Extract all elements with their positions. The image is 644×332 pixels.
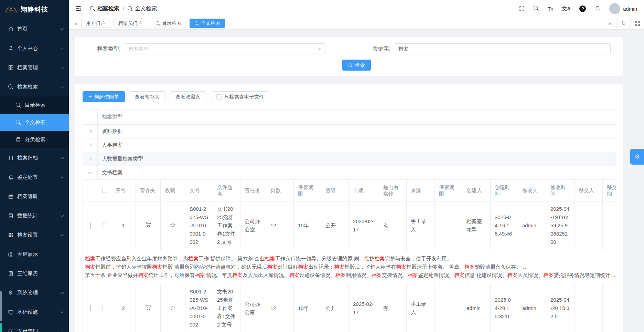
sidebar-item-label: 基础设施	[17, 309, 38, 315]
help-icon[interactable]: ?	[579, 6, 586, 12]
search-icon	[128, 6, 133, 11]
category-row-personnel[interactable]: 人事档案	[83, 138, 616, 152]
sidebar-item-system-management[interactable]: ⚙ 系统管理	[0, 283, 69, 302]
expand-cell[interactable]	[83, 284, 98, 332]
search-icon	[348, 63, 352, 67]
only-electronic-checkbox-box[interactable]: 只检索含电子文件	[212, 91, 269, 102]
view-favorites-button[interactable]: 查看收藏夹	[170, 91, 206, 102]
tab-archivist-portal[interactable]: 档案员门户	[114, 19, 147, 28]
payment-icon	[8, 328, 14, 332]
sidebar-item-appraisal-disposal[interactable]: 鉴定处置	[0, 167, 69, 187]
sidebar-item-archive-filing[interactable]: 档案归档	[0, 148, 69, 167]
view-temp-folder-button[interactable]: 查看暂存夹	[129, 91, 166, 102]
checkbox-icon[interactable]	[216, 94, 222, 100]
sidebar-item-fulltext-search[interactable]: 全文检索	[0, 114, 69, 131]
category-label: 资料数据	[98, 128, 122, 135]
sidebar-item-label: 档案归档	[17, 155, 38, 161]
sidebar-item-archive-management[interactable]: 档案管理	[0, 58, 69, 77]
cell-modified: 2025-04-19T16:59:25.906825200	[546, 201, 575, 250]
star-icon[interactable]: ☆	[170, 221, 176, 229]
translate-icon[interactable]: 文A	[562, 6, 571, 12]
tab-fulltext-search[interactable]: 全文检索	[190, 19, 225, 28]
sidebar-item-label: 大屏展示	[17, 251, 38, 258]
cart-icon[interactable]	[145, 306, 152, 312]
user-menu[interactable]: admin	[609, 3, 637, 14]
col-retention: 保管期限	[294, 180, 321, 201]
sidebar-item-big-screen[interactable]: 大屏展示	[0, 245, 69, 264]
category-row-material[interactable]: 资料数据	[83, 125, 616, 138]
sidebar-item-payment-management[interactable]: 支付管理	[0, 322, 69, 332]
collapse-sidebar-icon[interactable]	[75, 5, 82, 12]
breadcrumb: 档案检索 / 全文检索	[90, 5, 157, 12]
sidebar-item-archive-research[interactable]: 档案编研	[0, 187, 69, 206]
expand-cell[interactable]	[83, 166, 98, 179]
expand-cell[interactable]	[83, 201, 98, 250]
row-checkbox[interactable]	[102, 305, 107, 310]
font-size-icon[interactable]: Tᴛ	[548, 6, 554, 12]
sidebar-item-3d-warehouse[interactable]: 三维库房	[0, 264, 69, 283]
row-select-cell	[98, 201, 111, 250]
cell-owner: 公司办公室	[240, 201, 266, 250]
star-icon[interactable]: ☆	[170, 304, 176, 311]
sidebar-item-home[interactable]: 首页	[0, 19, 69, 39]
sidebar-item-data-statistics[interactable]: 数据统计	[0, 206, 69, 225]
cell-secrecy: 公开	[321, 201, 349, 250]
archive-type-select[interactable]: 档案类型	[124, 43, 325, 54]
cart-icon[interactable]	[145, 223, 152, 229]
sidebar-item-archive-settings[interactable]: 档案设置	[0, 225, 69, 245]
cell-source: 手工录入	[407, 201, 435, 250]
sidebar: 翔静科技 首页 个人中心 档案管理 档案检索	[0, 0, 69, 332]
chevron-down-icon	[61, 291, 64, 294]
cell-num: 2	[111, 284, 136, 332]
notification-bell-icon[interactable]	[594, 6, 601, 12]
tab-catalog-search[interactable]: 目录检索	[151, 19, 186, 28]
sidebar-item-personal-center[interactable]: 个人中心	[0, 39, 69, 58]
keyword-input[interactable]	[394, 43, 611, 54]
sidebar-item-category-search[interactable]: 分类检索	[0, 131, 69, 148]
sidebar-item-catalog-search[interactable]: 目录检索	[0, 96, 69, 114]
category-row-bigdata[interactable]: 大数据量档案类型	[83, 152, 616, 166]
category-row-document[interactable]: 文书档案	[83, 166, 616, 180]
sidebar-item-label: 档案检索	[17, 84, 38, 90]
sidebar-item-archive-search[interactable]: 档案检索	[0, 77, 69, 96]
sidebar-item-label: 支付管理	[17, 328, 38, 332]
search-form-row: 档案类型: 档案类型 关键字:	[97, 43, 616, 54]
expand-cell[interactable]	[83, 138, 98, 152]
app-window: 翔静科技 首页 个人中心 档案管理 档案检索	[0, 0, 644, 332]
select-all-checkbox[interactable]	[102, 188, 107, 193]
content-area: 档案类型: 档案类型 关键字: 检索	[69, 30, 644, 332]
tab-label: 全文检索	[201, 20, 220, 27]
camera-icon	[8, 251, 14, 257]
refresh-icon[interactable]: ↻	[616, 17, 630, 29]
create-borrow-button[interactable]: + 创建借阅单	[83, 91, 125, 102]
tabs-scroll-left[interactable]: «	[71, 20, 81, 26]
chevron-down-icon	[61, 156, 64, 159]
briefcase-icon	[8, 193, 14, 199]
fullscreen-icon[interactable]	[519, 6, 525, 12]
row-checkbox[interactable]	[102, 222, 107, 227]
only-electronic-label: 只检索含电子文件	[224, 94, 264, 100]
breadcrumb-item-page[interactable]: 全文检索	[128, 5, 157, 12]
expand-cell[interactable]	[83, 125, 98, 138]
col-date: 日期	[349, 180, 379, 201]
search-button[interactable]: 检索	[342, 60, 371, 71]
breadcrumb-item-section[interactable]: 档案检索	[90, 5, 119, 12]
sidebar-scrollbar-thumb[interactable]	[0, 291, 2, 321]
tabs-scroll-right[interactable]: »	[603, 17, 616, 29]
avatar	[609, 3, 620, 14]
results-panel: + 创建借阅单 查看暂存夹 查看收藏夹 只检索含电子文件 档案类型	[75, 84, 623, 332]
cell-retention: 10年	[294, 201, 321, 250]
col-modifier: 修改人	[518, 180, 546, 201]
sidebar-item-infrastructure[interactable]: 基础设施	[0, 302, 69, 322]
cell-doc-number: S001-2025-WS-A-D10-0001-0002	[185, 201, 213, 250]
chevron-right-icon	[88, 130, 92, 133]
tab-user-portal[interactable]: 用户门户	[81, 19, 110, 28]
expand-cell[interactable]	[83, 152, 98, 166]
search-icon[interactable]	[534, 6, 539, 11]
tab-options-grid-icon[interactable]	[630, 17, 644, 29]
brand-logo-icon	[4, 5, 18, 14]
brand: 翔静科技	[0, 0, 69, 19]
cell-transfer-date	[603, 284, 616, 332]
search-icon	[15, 119, 21, 125]
theme-settings-gear-button[interactable]: ⚙	[630, 149, 644, 165]
